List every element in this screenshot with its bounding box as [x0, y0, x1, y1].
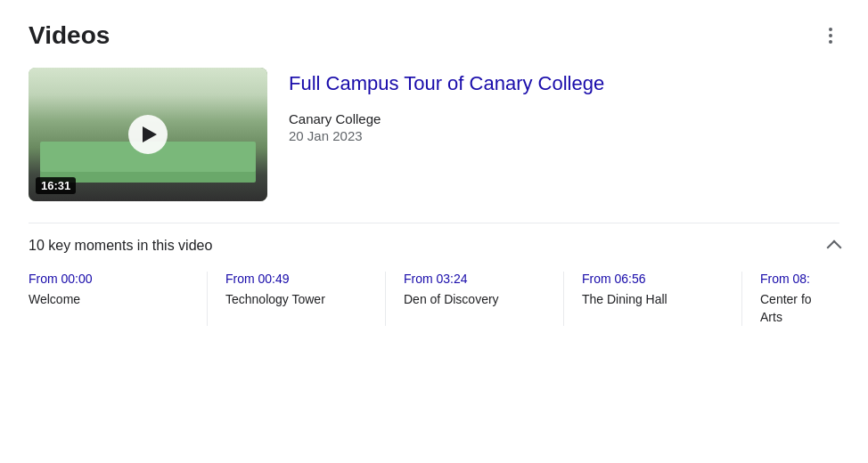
video-info: Full Campus Tour of Canary College Canar… — [289, 68, 604, 201]
moment-item-3: From 06:56 The Dining Hall — [563, 272, 741, 326]
key-moments-header[interactable]: 10 key moments in this video — [29, 238, 839, 254]
moment-timestamp-3[interactable]: From 06:56 — [582, 272, 724, 286]
chevron-up-icon — [827, 240, 842, 256]
moment-label-1: Technology Tower — [225, 291, 367, 309]
moment-label-2: Den of Discovery — [404, 291, 545, 309]
key-moments-title: 10 key moments in this video — [29, 238, 212, 254]
moment-item-1: From 00:49 Technology Tower — [207, 272, 385, 326]
moment-item-4: From 08: Center fo Arts — [741, 272, 839, 326]
moment-timestamp-4[interactable]: From 08: — [760, 272, 830, 286]
video-title-link[interactable]: Full Campus Tour of Canary College — [289, 71, 604, 97]
videos-title: Videos — [29, 21, 110, 50]
moment-item-0: From 00:00 Welcome — [29, 272, 207, 326]
moment-item-2: From 03:24 Den of Discovery — [385, 272, 563, 326]
video-channel: Canary College — [289, 111, 604, 126]
three-dots-icon — [829, 28, 832, 44]
play-triangle — [143, 126, 157, 142]
moment-label-4: Center fo Arts — [760, 291, 830, 326]
videos-header: Videos — [29, 21, 839, 50]
more-options-button[interactable] — [822, 24, 839, 47]
moment-timestamp-1[interactable]: From 00:49 — [225, 272, 367, 286]
moments-list: From 00:00 Welcome From 00:49 Technology… — [29, 272, 839, 326]
play-button-icon[interactable] — [128, 115, 168, 154]
video-card: 16:31 Full Campus Tour of Canary College… — [29, 68, 839, 201]
videos-section: Videos 16:31 Full Campus Tour of Canary … — [0, 0, 868, 347]
video-date: 20 Jan 2023 — [289, 128, 604, 143]
key-moments-section: 10 key moments in this video From 00:00 … — [29, 223, 839, 326]
moment-label-3: The Dining Hall — [582, 291, 724, 309]
moment-timestamp-0[interactable]: From 00:00 — [29, 272, 189, 286]
video-thumbnail[interactable]: 16:31 — [29, 68, 267, 201]
moment-label-0: Welcome — [29, 291, 189, 309]
moment-timestamp-2[interactable]: From 03:24 — [404, 272, 545, 286]
video-duration: 16:31 — [36, 177, 76, 194]
